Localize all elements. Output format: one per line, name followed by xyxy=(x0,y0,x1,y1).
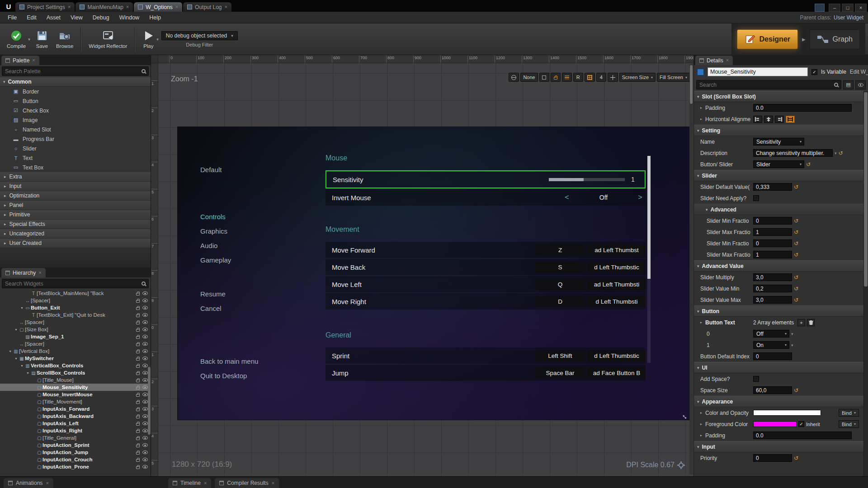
palette-category-extra[interactable]: ▸Extra xyxy=(0,172,151,182)
close-icon[interactable]: × xyxy=(726,58,729,63)
visibility-icon[interactable] xyxy=(142,414,148,418)
key-binding[interactable]: Q xyxy=(535,279,585,290)
sensitivity-slider[interactable] xyxy=(549,178,625,181)
details-section-advanced[interactable]: ▾Advanced xyxy=(694,204,863,215)
element-menu-icon[interactable]: ▾ xyxy=(791,332,793,336)
gamepad-binding[interactable]: ad Left Thumbst xyxy=(588,244,646,256)
hierarchy-item-inputaction-jump[interactable]: ▢InputAction_Jump xyxy=(0,449,151,456)
palette-item-check-box[interactable]: ☑Check Box xyxy=(0,106,151,115)
visibility-icon[interactable] xyxy=(142,342,148,346)
layout-icon[interactable] xyxy=(815,4,825,12)
lock-icon[interactable] xyxy=(136,358,140,361)
expander-icon[interactable]: ▾ xyxy=(19,364,24,368)
expander-icon[interactable]: ▸ xyxy=(700,106,705,110)
details-section-input[interactable]: ▾Input xyxy=(694,441,863,452)
hierarchy-scrollbar-thumb[interactable] xyxy=(148,367,151,435)
color-swatch[interactable] xyxy=(753,421,797,427)
menu-asset[interactable]: Asset xyxy=(42,14,66,21)
key-binding[interactable]: D xyxy=(535,296,585,307)
lock-icon[interactable] xyxy=(136,437,140,440)
visibility-icon[interactable] xyxy=(142,349,148,353)
option-row-sprint[interactable]: SprintLeft Shiftd Left Thumbstic xyxy=(326,347,646,364)
key-binding[interactable]: S xyxy=(535,262,585,273)
details-search-input[interactable] xyxy=(699,82,832,88)
bind-button[interactable]: Bind▾ xyxy=(839,420,859,428)
gamepad-binding[interactable]: ad Face Button B xyxy=(588,367,646,379)
expander-icon[interactable]: ▸ xyxy=(700,433,705,437)
lock-icon[interactable] xyxy=(136,430,140,433)
visibility-icon[interactable] xyxy=(142,443,148,447)
visibility-icon[interactable] xyxy=(142,328,148,331)
fill-screen-dropdown[interactable]: Fill Screen▾ xyxy=(657,73,690,82)
expander-icon[interactable]: ▸ xyxy=(700,411,705,415)
option-row-move-right[interactable]: Move RightDd Left Thumbsti xyxy=(326,293,646,310)
key-binding[interactable]: Z xyxy=(535,244,585,256)
window-tab-project-settings[interactable]: Project Settings× xyxy=(15,2,75,12)
grid-snap-button[interactable] xyxy=(585,73,595,82)
reset-to-default-icon[interactable]: ↺ xyxy=(794,218,798,224)
designer-mode-button[interactable]: Designer xyxy=(737,29,798,49)
compile-button[interactable]: Compile xyxy=(3,28,30,51)
key-binding[interactable]: Left Shift xyxy=(535,350,585,361)
hierarchy-item-myswitcher[interactable]: ▾▦MySwitcher xyxy=(0,355,151,362)
lock-icon[interactable] xyxy=(136,452,140,455)
expander-icon[interactable]: ▸ xyxy=(700,422,705,426)
transform-mode-button[interactable] xyxy=(608,73,618,82)
reset-to-default-icon[interactable]: ↺ xyxy=(794,252,798,258)
compile-dropdown-icon[interactable]: ▾ xyxy=(28,37,30,42)
palette-category-special-effects[interactable]: ▸Special Effects xyxy=(0,220,151,229)
align-right-button[interactable] xyxy=(775,116,784,123)
expander-icon[interactable]: ▾ xyxy=(25,371,30,375)
browse-button[interactable]: Browse xyxy=(52,28,77,51)
edit-widget-link[interactable]: Edit W_Tem xyxy=(850,69,868,75)
close-tab-icon[interactable]: × xyxy=(126,5,129,9)
palette-category-common[interactable]: ▾ Common xyxy=(0,77,151,87)
lock-icon[interactable] xyxy=(136,343,140,346)
hierarchy-item-scrollbox-controls[interactable]: ▾▤ScrollBox_Controls xyxy=(0,369,151,376)
menu-file[interactable]: File xyxy=(3,14,22,21)
reset-to-default-icon[interactable]: ↺ xyxy=(794,241,798,246)
value-field[interactable]: 0 xyxy=(753,217,792,225)
left-arrow-icon[interactable]: < xyxy=(561,193,572,202)
menu-debug[interactable]: Debug xyxy=(88,14,114,21)
screen-size-dropdown[interactable]: Screen Size▾ xyxy=(619,73,656,82)
hierarchy-item-inputaction-sprint[interactable]: ▢InputAction_Sprint xyxy=(0,441,151,449)
value-field[interactable]: 0,2 xyxy=(753,285,792,292)
close-tab-icon[interactable]: × xyxy=(68,5,71,9)
palette-category-user-created[interactable]: ▸User Created xyxy=(0,239,151,248)
hierarchy-item-size-box[interactable]: ▾▢[Size Box] xyxy=(0,326,151,333)
palette-item-progress-bar[interactable]: ▬Progress Bar xyxy=(0,134,151,144)
palette-category-panel[interactable]: ▸Panel xyxy=(0,201,151,210)
lock-icon[interactable] xyxy=(136,401,140,404)
canvas-grid[interactable]: Zoom -1 None R 4 Screen Size▾ Fill Scree… xyxy=(158,63,693,476)
tab-palette[interactable]: Palette × xyxy=(1,56,39,65)
palette-item-named-slot[interactable]: ▫Named Slot xyxy=(0,125,151,134)
save-button[interactable]: Save xyxy=(32,28,52,51)
hierarchy-item-vertical-box[interactable]: ▾▥[Vertical Box] xyxy=(0,347,151,355)
lock-icon[interactable] xyxy=(136,351,140,353)
reset-to-default-icon[interactable]: ↺ xyxy=(794,388,798,393)
reset-to-default-icon[interactable]: ↺ xyxy=(794,275,798,280)
dropdown[interactable]: Slider▾ xyxy=(753,160,804,168)
menu-option-back-to-main-menu[interactable]: Back to main menu xyxy=(200,357,258,367)
menu-option-audio[interactable]: Audio xyxy=(200,242,258,252)
visibility-icon[interactable] xyxy=(142,299,148,302)
maximize-button[interactable]: □ xyxy=(842,4,854,12)
close-tab-icon[interactable]: × xyxy=(224,5,227,9)
visibility-icon[interactable] xyxy=(142,436,148,440)
palette-category-primitive[interactable]: ▸Primitive xyxy=(0,210,151,220)
options-scrollbar[interactable] xyxy=(647,156,651,363)
reset-to-default-icon[interactable]: ↺ xyxy=(806,162,811,167)
lock-icon[interactable] xyxy=(136,314,140,317)
visibility-icon[interactable] xyxy=(142,385,148,389)
palette-category-uncategorized[interactable]: ▸Uncategorized xyxy=(0,229,151,239)
visibility-icon[interactable] xyxy=(142,378,148,382)
reset-to-default-icon[interactable]: ↺ xyxy=(794,184,798,190)
property-matrix-button[interactable]: ▤ xyxy=(843,80,854,89)
expander-icon[interactable]: ▸ xyxy=(700,117,705,121)
lock-icon[interactable] xyxy=(136,365,140,368)
menu-option-resume[interactable]: Resume xyxy=(200,290,258,300)
hierarchy-item-spacer[interactable]: ↔[Spacer] xyxy=(0,319,151,326)
display-filter-button[interactable] xyxy=(855,80,866,89)
outline-toggle-button[interactable] xyxy=(539,73,549,82)
